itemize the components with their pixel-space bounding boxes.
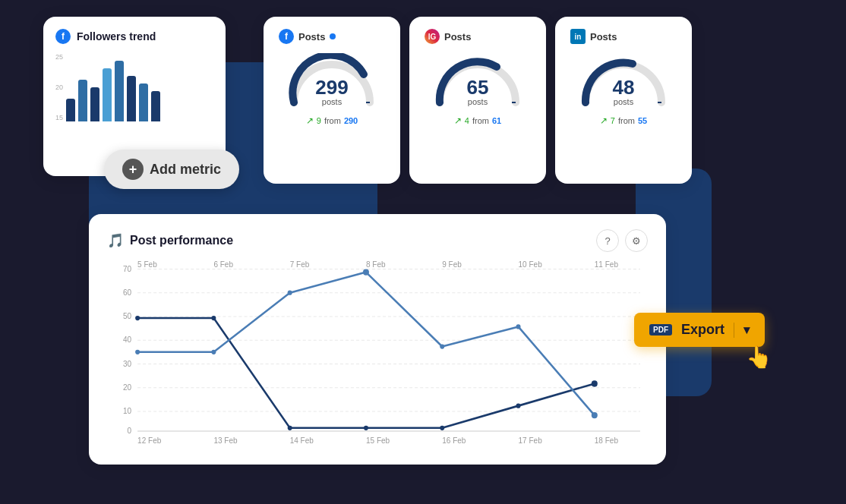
fb-status-dot [330,33,336,39]
cursor-icon: 👆 [746,345,772,370]
posts-area: f Posts 299 posts [264,17,692,184]
help-button[interactable]: ? [596,229,619,252]
svg-point-45 [288,291,292,295]
fb-posts-icon: f [279,29,294,44]
bar [139,83,148,121]
svg-text:7 Feb: 7 Feb [290,261,310,269]
arrow-up-icon: ↗ [306,115,314,126]
svg-text:60: 60 [123,288,131,297]
li-change-value: 7 [611,116,615,125]
ig-gauge: 65 posts [432,53,523,106]
linkedin-posts-card: in Posts 48 posts ↗ 7 from 55 [555,17,692,184]
svg-text:17 Feb: 17 Feb [519,436,543,444]
from-label: from [472,116,489,125]
li-posts-change: ↗ 7 from 55 [600,115,647,126]
arrow-up-icon: ↗ [600,115,608,126]
from-label: from [618,116,635,125]
fb-posts-header: f Posts [279,29,385,44]
fb-from-value: 290 [344,116,358,125]
svg-text:30: 30 [123,359,131,367]
chevron-down-icon[interactable]: ▾ [743,323,750,337]
performance-chart: 70 60 50 40 30 20 10 0 5 Feb 6 Feb 7 Feb… [107,261,648,451]
export-button[interactable]: PDF Export ▾ 👆 [634,313,765,347]
export-label: Export [681,322,724,338]
svg-text:10 Feb: 10 Feb [519,261,543,269]
fb-gauge: 299 posts [286,53,377,106]
post-performance-card: 🎵 Post performance ? ⚙ 70 60 [89,214,666,465]
fb-posts-count: 299 [315,77,348,97]
svg-text:70: 70 [123,264,131,272]
svg-text:40: 40 [123,335,131,344]
ig-from-value: 61 [492,116,501,125]
ig-posts-unit: posts [467,97,489,106]
svg-point-49 [592,412,598,418]
li-posts-title: Posts [590,31,617,43]
fb-gauge-value: 299 posts [315,77,348,106]
svg-point-46 [363,269,369,275]
svg-text:10: 10 [123,407,131,415]
fb-posts-change: ↗ 9 from 290 [306,115,358,126]
svg-point-47 [440,344,444,348]
svg-text:50: 50 [123,312,131,320]
svg-text:5 Feb: 5 Feb [137,261,157,269]
add-metric-button[interactable]: + Add metric [104,150,239,189]
ig-posts-change: ↗ 4 from 61 [454,115,501,126]
from-label: from [324,116,341,125]
settings-button[interactable]: ⚙ [625,229,648,252]
svg-text:9 Feb: 9 Feb [442,261,462,269]
add-icon: + [122,159,144,180]
svg-text:12 Feb: 12 Feb [137,436,162,444]
followers-card-header: f Followers trend [55,29,213,44]
bar [90,87,99,121]
svg-text:0: 0 [128,427,132,435]
svg-point-42 [592,380,598,386]
bar [66,99,75,121]
li-gauge-value: 48 posts [613,77,635,106]
svg-text:16 Feb: 16 Feb [442,436,466,444]
svg-text:8 Feb: 8 Feb [366,261,386,269]
arrow-up-icon: ↗ [454,115,462,126]
svg-point-39 [364,426,368,430]
svg-point-41 [516,404,521,408]
svg-point-48 [516,324,521,329]
svg-point-43 [135,350,140,354]
performance-header: 🎵 Post performance ? ⚙ [107,229,648,252]
followers-title: Followers trend [77,30,156,43]
svg-text:15 Feb: 15 Feb [366,436,390,444]
svg-text:13 Feb: 13 Feb [213,436,238,444]
svg-point-40 [440,426,444,430]
facebook-posts-card: f Posts 299 posts [264,17,400,184]
pdf-badge: PDF [649,324,672,335]
svg-point-36 [135,316,140,320]
y-axis-labels: 25 20 15 [55,53,63,121]
bar [151,91,160,121]
li-posts-count: 48 [613,77,635,97]
li-posts-header: in Posts [570,29,677,44]
export-divider [734,323,734,338]
li-from-value: 55 [638,116,647,125]
svg-text:18 Feb: 18 Feb [595,436,619,444]
li-posts-unit: posts [613,97,635,106]
fb-posts-title: Posts [298,31,325,43]
ig-posts-header: IG Posts [425,29,531,44]
facebook-icon: f [55,29,71,44]
li-posts-icon: in [570,29,586,44]
bar [127,76,136,121]
add-metric-label: Add metric [150,162,221,178]
bar-chart [66,53,213,121]
bar [103,68,112,121]
performance-icon: 🎵 [107,232,124,249]
bar [115,61,124,121]
performance-title: Post performance [130,234,233,247]
ig-change-value: 4 [465,116,469,125]
svg-text:20: 20 [123,383,131,392]
svg-point-37 [211,316,216,320]
svg-text:6 Feb: 6 Feb [213,261,233,269]
bar [78,80,87,121]
performance-title-area: 🎵 Post performance [107,232,233,249]
svg-point-44 [211,350,216,354]
instagram-posts-card: IG Posts 65 posts ↗ 4 from 61 [409,17,546,184]
svg-point-38 [288,426,292,430]
ig-posts-title: Posts [444,31,471,43]
svg-text:11 Feb: 11 Feb [595,261,619,269]
